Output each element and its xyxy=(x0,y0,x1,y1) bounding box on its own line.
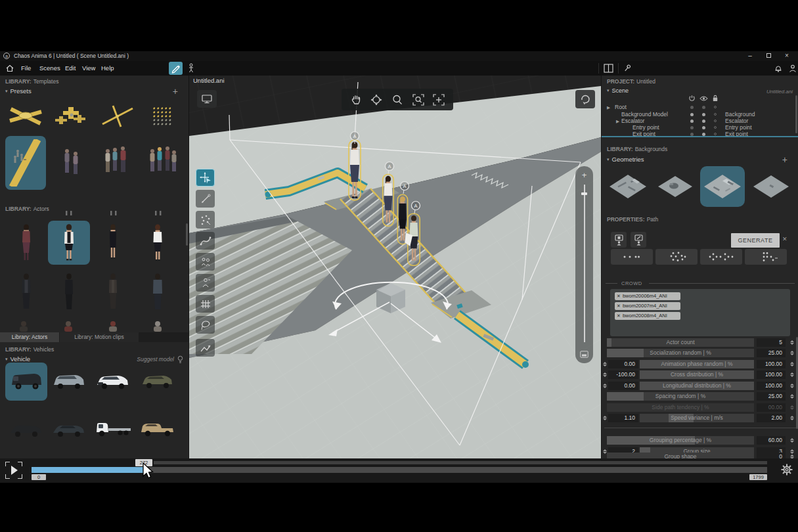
distribution-pattern-line[interactable] xyxy=(611,249,653,265)
actor-thumb[interactable] xyxy=(137,270,179,314)
vehicle-thumb-van-selected[interactable] xyxy=(5,363,47,401)
actors-scrollbar[interactable] xyxy=(186,223,188,246)
generate-button[interactable]: GENERATE xyxy=(731,233,780,248)
lasso-tool[interactable] xyxy=(196,316,215,334)
distribution-pattern-clusters[interactable] xyxy=(700,249,742,265)
zoom-thumb[interactable] xyxy=(581,192,587,195)
visibility-dot[interactable] xyxy=(702,133,705,136)
zoom-tool-icon[interactable] xyxy=(391,93,404,106)
thumbnail-view-icon[interactable] xyxy=(580,351,588,358)
zoom-in-icon[interactable]: + xyxy=(575,170,593,180)
spinner[interactable] xyxy=(789,414,795,422)
collapse-icon[interactable]: ▾ xyxy=(607,88,610,93)
presets-group-header[interactable]: ▾Presets xyxy=(5,87,32,95)
edit-mode-button[interactable] xyxy=(169,62,183,75)
menu-view[interactable]: View xyxy=(82,61,95,76)
vehicle-thumb-suv-white[interactable] xyxy=(92,363,134,401)
spinner[interactable] xyxy=(789,371,795,378)
slider-speed-variance[interactable]: 1.10 Speed variance | m/s 2.00 xyxy=(602,414,798,422)
vehicle-thumb-sedan[interactable] xyxy=(48,410,90,449)
spline-tool[interactable] xyxy=(196,232,215,250)
remove-icon[interactable]: ✕ xyxy=(617,294,621,298)
spinner[interactable] xyxy=(789,349,795,357)
generate-close-icon[interactable]: ✕ xyxy=(782,236,787,242)
actor-thumb-selected[interactable] xyxy=(48,221,90,265)
viewport-3d[interactable]: A A A A Untitled.ani xyxy=(189,76,601,458)
timeline-range-strip[interactable] xyxy=(154,461,767,464)
viewport-tab[interactable]: Untitled.ani xyxy=(193,77,225,84)
menu-edit[interactable]: Edit xyxy=(65,61,76,76)
menu-scenes[interactable]: Scenes xyxy=(39,61,60,76)
visibility-dot[interactable] xyxy=(702,106,705,109)
zoom-region-icon[interactable] xyxy=(412,93,425,106)
tree-row-background-model[interactable]: Background Model Background xyxy=(602,111,798,118)
exit-point-mode-button[interactable] xyxy=(631,232,646,248)
distribution-pattern-scatter[interactable] xyxy=(655,249,698,265)
remove-icon[interactable]: ✕ xyxy=(617,303,621,308)
mannequin-icon[interactable] xyxy=(187,63,196,74)
lock-dot[interactable] xyxy=(714,113,717,116)
visibility-dot[interactable] xyxy=(702,113,705,116)
collapse-icon[interactable]: ▾ xyxy=(5,357,8,361)
tree-row-entry-point[interactable]: Entry point Entry point xyxy=(602,124,798,131)
tab-library-motion-clips[interactable]: Library: Motion clips xyxy=(60,332,139,342)
add-preset-button[interactable]: + xyxy=(173,87,178,95)
layout-panels-icon[interactable] xyxy=(604,64,613,73)
crowd-item[interactable]: ✕bwom20007m4_ANI xyxy=(615,302,680,310)
spinner[interactable] xyxy=(602,382,608,389)
power-dot[interactable] xyxy=(690,113,694,116)
lock-dot[interactable] xyxy=(714,120,717,122)
preset-group-4[interactable] xyxy=(97,136,138,190)
play-button[interactable] xyxy=(5,462,22,479)
suggest-model-link[interactable]: Suggest model xyxy=(137,356,174,363)
zoom-track[interactable] xyxy=(584,185,585,342)
vehicle-thumb-minivan[interactable] xyxy=(48,363,90,401)
add-geometry-button[interactable]: + xyxy=(782,156,787,164)
slider-group-shape[interactable]: Group shape 0 xyxy=(602,453,798,458)
spinner[interactable] xyxy=(789,382,795,389)
pin-icon[interactable] xyxy=(623,64,632,73)
actor-thumb[interactable] xyxy=(48,270,90,314)
user-account-icon[interactable] xyxy=(788,64,797,73)
slider-spacing-random[interactable]: Spacing random | % 25.00 xyxy=(602,392,798,401)
lock-dot[interactable] xyxy=(714,126,717,129)
tree-row-escalator[interactable]: ▶ Escalator Escalator xyxy=(602,118,798,124)
actor-tool[interactable] xyxy=(196,274,215,292)
viewport-zoom-slider[interactable]: + xyxy=(575,166,593,363)
spinner[interactable] xyxy=(789,453,795,458)
close-button[interactable]: × xyxy=(778,51,795,61)
remove-icon[interactable]: ✕ xyxy=(617,313,621,318)
vehicle-group-header[interactable]: ▾Vehicle xyxy=(5,355,30,363)
collapse-icon[interactable]: ▾ xyxy=(607,157,610,162)
collapse-icon[interactable]: ▾ xyxy=(5,89,8,93)
lock-dot[interactable] xyxy=(714,106,717,108)
camera-view-button[interactable] xyxy=(197,90,217,108)
actor-thumb[interactable] xyxy=(5,221,47,265)
notifications-bell-icon[interactable] xyxy=(774,64,783,73)
power-dot[interactable] xyxy=(690,120,694,123)
slider-socialization-random[interactable]: Socialization random | % 25.00 xyxy=(602,349,798,357)
spinner[interactable] xyxy=(602,361,608,368)
spinner[interactable] xyxy=(602,414,608,422)
preset-group-3[interactable] xyxy=(51,136,92,190)
orbit-tool-icon[interactable] xyxy=(370,93,383,106)
geometry-thumb-1[interactable] xyxy=(606,166,650,207)
crowd-item[interactable]: ✕bwom20008m4_ANI xyxy=(615,312,680,320)
actor-thumb[interactable] xyxy=(5,270,47,314)
vehicle-thumb-suv-olive[interactable] xyxy=(137,363,179,401)
preset-cross-hub[interactable] xyxy=(5,100,46,133)
vehicle-thumb-flatbed[interactable] xyxy=(92,410,134,449)
power-dot[interactable] xyxy=(690,126,694,129)
tree-scrollbar[interactable] xyxy=(795,95,797,133)
scene-group-header[interactable]: ▾Scene xyxy=(607,87,629,94)
flow-path-tool[interactable] xyxy=(196,339,215,357)
spinner[interactable] xyxy=(602,371,608,378)
tab-library-actors[interactable]: Library: Actors xyxy=(0,332,59,342)
slider-grouping-percentage[interactable]: Grouping percentage | % 60.00 xyxy=(602,436,798,445)
geometry-thumb-2[interactable] xyxy=(653,166,698,207)
actor-thumb[interactable] xyxy=(137,221,179,265)
spinner[interactable] xyxy=(789,339,795,346)
entry-point-mode-button[interactable] xyxy=(611,232,627,248)
actor-thumb[interactable] xyxy=(92,221,134,265)
tree-row-root[interactable]: ▶ Root xyxy=(602,104,798,110)
